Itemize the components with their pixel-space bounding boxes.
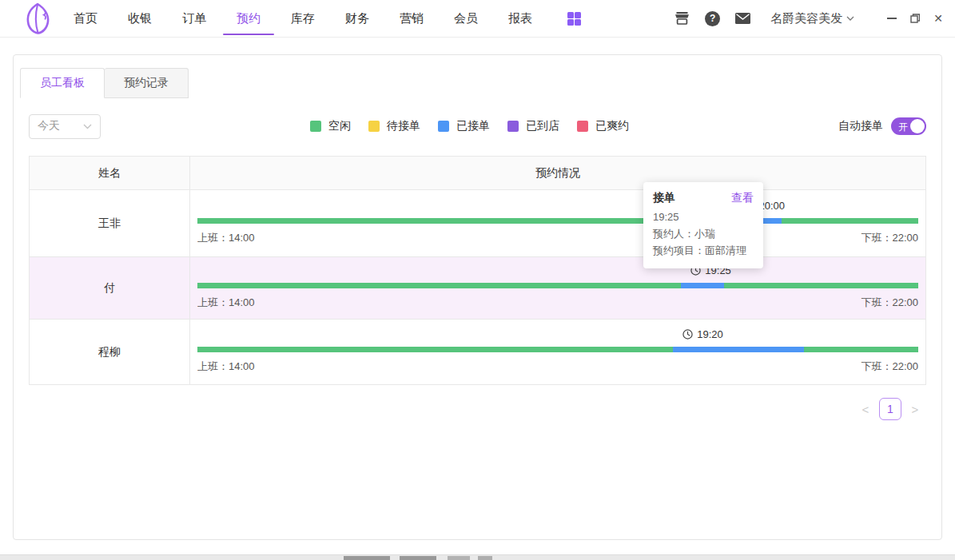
- table-row: 程柳 19:20 上班：14:00 下班：22:00: [30, 320, 925, 384]
- shift-end: 下班：22:00: [861, 359, 918, 374]
- legend-swatch-free: [310, 121, 321, 132]
- timeline: 19:25 上班：14:00 下班：22:00: [190, 257, 925, 319]
- tooltip-time: 19:25: [653, 209, 754, 225]
- appointments-panel: 员工看板 预约记录 今天 空闲 待接单 已接单 已到店: [13, 54, 942, 540]
- main-nav: 首页 收银 订单 预约 库存 财务 营销 会员 报表: [74, 0, 532, 37]
- shift-bar: [197, 283, 918, 288]
- shift-bar: [197, 218, 918, 224]
- taskbar-strip: [0, 554, 955, 560]
- nav-item-appointments[interactable]: 预约: [237, 0, 261, 37]
- mail-icon[interactable]: [735, 13, 750, 24]
- prev-page-icon[interactable]: <: [860, 403, 871, 416]
- table-row: 王非 20:00 上班：14:00 下班：22:00: [30, 190, 925, 257]
- legend-swatch-noshow: [577, 121, 588, 132]
- shift-bar: [197, 347, 918, 352]
- tab-appointment-records[interactable]: 预约记录: [105, 68, 189, 98]
- topbar-right: ? 名爵美容美发 ✕: [674, 11, 943, 26]
- nav-item-orders[interactable]: 订单: [182, 0, 206, 37]
- employee-name: 程柳: [98, 345, 121, 359]
- nav-item-cashier[interactable]: 收银: [128, 0, 152, 37]
- chevron-down-icon: [846, 16, 854, 21]
- employee-name: 付: [104, 281, 115, 296]
- store-name: 名爵美容美发: [770, 11, 842, 26]
- page-number-1[interactable]: 1: [879, 398, 901, 420]
- shift-start: 上班：14:00: [197, 231, 255, 245]
- status-legend: 空闲 待接单 已接单 已到店 已爽约: [101, 119, 838, 133]
- auto-accept-label: 自动接单: [838, 119, 883, 133]
- toggle-knob: [910, 119, 925, 133]
- timeline: 19:20 上班：14:00 下班：22:00: [190, 320, 925, 384]
- legend-label: 已爽约: [595, 119, 629, 133]
- legend-label: 待接单: [387, 119, 420, 133]
- shift-labels: 上班：14:00 下班：22:00: [197, 359, 918, 374]
- topbar: 首页 收银 订单 预约 库存 财务 营销 会员 报表 ? 名爵美容美发: [0, 0, 955, 38]
- pagination: < 1 >: [14, 398, 921, 420]
- employee-board-table: 姓名 预约情况 王非 20:00 上班：14:00 下班：22: [29, 156, 926, 385]
- store-name-dropdown[interactable]: 名爵美容美发: [770, 11, 854, 26]
- auto-accept-control: 自动接单 开: [838, 117, 926, 135]
- appointment-segment[interactable]: [681, 283, 724, 288]
- appointment-time: 19:20: [697, 328, 723, 340]
- legend-item-free: 空闲: [310, 119, 351, 133]
- nav-item-inventory[interactable]: 库存: [291, 0, 315, 37]
- nav-item-marketing[interactable]: 营销: [400, 0, 424, 37]
- tooltip-person: 预约人：小瑞: [653, 225, 754, 242]
- shift-end: 下班：22:00: [861, 231, 918, 245]
- tooltip-project: 预约项目：面部清理: [653, 242, 754, 259]
- next-page-icon[interactable]: >: [909, 403, 921, 416]
- timeline: 20:00 上班：14:00 下班：22:00: [190, 190, 925, 256]
- help-icon[interactable]: ?: [705, 11, 720, 26]
- legend-swatch-accepted: [438, 121, 449, 132]
- table-header: 姓名 预约情况: [30, 157, 925, 190]
- close-icon[interactable]: ✕: [933, 12, 943, 25]
- store-icon[interactable]: [674, 12, 690, 25]
- controls-row: 今天 空闲 待接单 已接单 已到店: [29, 113, 926, 139]
- legend-label: 已到店: [526, 119, 559, 133]
- window-controls: ✕: [887, 12, 943, 25]
- header-schedule: 预约情况: [190, 157, 925, 189]
- legend-swatch-arrived: [507, 121, 519, 132]
- restore-icon[interactable]: [910, 14, 920, 23]
- legend-label: 空闲: [328, 119, 351, 133]
- toggle-state-label: 开: [898, 121, 908, 134]
- panel-tabs: 员工看板 预约记录: [20, 68, 941, 98]
- date-range-value: 今天: [38, 119, 60, 133]
- table-row: 付 19:25 上班：14:00 下班：22:00: [30, 257, 925, 320]
- apps-grid-icon[interactable]: [567, 12, 581, 26]
- nav-item-reports[interactable]: 报表: [508, 0, 532, 37]
- appointment-marker: 19:20: [682, 328, 723, 340]
- tooltip-view-link[interactable]: 查看: [731, 191, 754, 205]
- tooltip-status: 接单: [653, 191, 675, 205]
- shift-start: 上班：14:00: [197, 359, 255, 374]
- legend-label: 已接单: [456, 119, 490, 133]
- nav-item-members[interactable]: 会员: [454, 0, 478, 37]
- appointment-segment[interactable]: [673, 347, 803, 352]
- nav-item-finance[interactable]: 财务: [345, 0, 369, 37]
- auto-accept-toggle[interactable]: 开: [891, 117, 926, 135]
- clock-icon: [682, 329, 693, 340]
- shift-start: 上班：14:00: [197, 296, 255, 310]
- minimize-icon[interactable]: [887, 18, 897, 19]
- employee-name: 王非: [98, 216, 121, 231]
- legend-item-accepted: 已接单: [438, 119, 490, 133]
- legend-item-arrived: 已到店: [507, 119, 559, 133]
- chevron-down-icon: [83, 124, 92, 129]
- shift-labels: 上班：14:00 下班：22:00: [197, 231, 918, 245]
- legend-item-pending: 待接单: [368, 119, 420, 133]
- legend-swatch-pending: [368, 121, 380, 132]
- shift-end: 下班：22:00: [861, 296, 918, 310]
- shift-labels: 上班：14:00 下班：22:00: [197, 296, 918, 310]
- nav-item-home[interactable]: 首页: [74, 0, 97, 37]
- appointment-tooltip: 接单 查看 19:25 预约人：小瑞 预约项目：面部清理: [643, 182, 763, 268]
- legend-item-noshow: 已爽约: [577, 119, 629, 133]
- app-logo-tulip-icon: [19, 2, 56, 35]
- header-name: 姓名: [30, 157, 190, 189]
- date-range-select[interactable]: 今天: [29, 114, 101, 139]
- tab-employee-board[interactable]: 员工看板: [20, 68, 105, 98]
